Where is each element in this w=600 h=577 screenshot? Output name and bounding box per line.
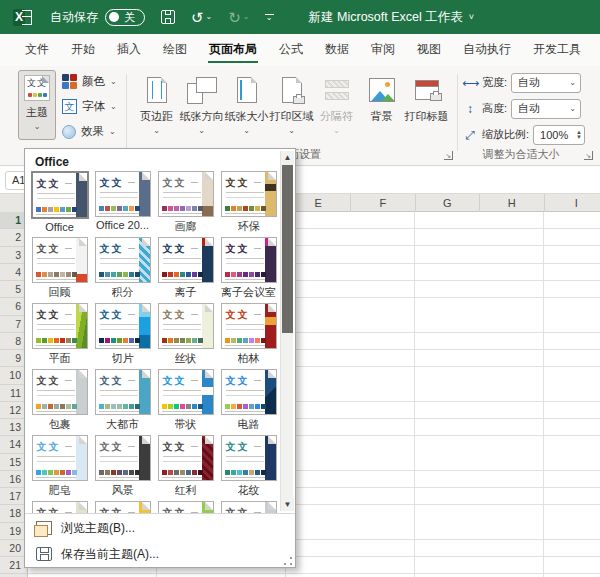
undo-dropdown-icon[interactable]: ⌄ xyxy=(206,13,213,21)
scrollbar-thumb[interactable] xyxy=(282,165,293,333)
autosave-toggle[interactable]: 关 xyxy=(105,9,145,26)
resize-grip[interactable] xyxy=(283,556,293,566)
ribbon-button-纸张大小[interactable]: 纸张大小⌄ xyxy=(224,70,269,134)
swatch xyxy=(255,470,260,475)
theme-item-积分[interactable]: 文文积分 xyxy=(91,237,154,300)
theme-item-回顾[interactable]: 文文回顾 xyxy=(28,237,91,300)
document-title[interactable]: 新建 Microsoft Excel 工作表 ˅ xyxy=(309,9,474,26)
theme-thumbnail: 文文 xyxy=(158,369,214,415)
folded-corner-icon xyxy=(142,370,150,378)
tab-数据[interactable]: 数据 xyxy=(314,34,360,66)
swatch xyxy=(162,470,167,475)
swatch xyxy=(111,272,116,277)
column-header-G[interactable]: G xyxy=(416,194,481,212)
ribbon-button-纸张方向[interactable]: 纸张方向⌄ xyxy=(179,70,224,134)
tab-视图[interactable]: 视图 xyxy=(406,34,452,66)
theme-sample-text: 文文 xyxy=(100,506,124,513)
swatch xyxy=(198,272,203,277)
stacked-button-效果[interactable]: 效果⌄ xyxy=(62,122,117,141)
column-header-H[interactable]: H xyxy=(480,194,545,212)
scale-select-1[interactable]: 自动⌄ xyxy=(511,73,581,93)
theme-swatches xyxy=(36,272,77,277)
column-header-E[interactable]: E xyxy=(287,194,352,212)
save-button[interactable] xyxy=(161,10,175,24)
ribbon-button-打印标题[interactable]: 打印标题 xyxy=(404,70,449,134)
theme-item-包裹[interactable]: 文文包裹 xyxy=(28,369,91,432)
tab-开始[interactable]: 开始 xyxy=(60,34,106,66)
undo-button[interactable]: ↺⌄ xyxy=(191,10,212,25)
theme-item-离子[interactable]: 文文离子 xyxy=(154,237,217,300)
page-setup-dialog-launcher[interactable] xyxy=(444,151,453,160)
swatch xyxy=(261,470,266,475)
theme-item-花纹[interactable]: 文文花纹 xyxy=(217,435,280,498)
ribbon-button-背景[interactable]: 背景 xyxy=(359,70,404,134)
excel-app-icon[interactable]: X xyxy=(13,8,32,27)
tab-自动执行[interactable]: 自动执行 xyxy=(452,34,522,66)
tab-绘图[interactable]: 绘图 xyxy=(152,34,198,66)
theme-item-环保[interactable]: 文文环保 xyxy=(217,171,280,234)
theme-thumbnail: 文文 xyxy=(31,171,89,219)
theme-thumbnail: 文文 xyxy=(221,303,277,349)
scroll-up-icon[interactable]: ▲ xyxy=(281,151,294,164)
column-header-I[interactable]: I xyxy=(545,194,600,212)
theme-item-partial-3[interactable]: 文文 xyxy=(154,501,217,513)
swatch xyxy=(192,338,197,343)
scale-select-2[interactable]: 自动⌄ xyxy=(511,99,581,119)
column-header-F[interactable]: F xyxy=(351,194,416,212)
menu-item-label: 保存当前主题(A)... xyxy=(61,546,159,563)
gallery-scrollbar[interactable]: ▲ ▼ xyxy=(280,151,293,511)
theme-item-风景[interactable]: 文文风景 xyxy=(91,435,154,498)
themes-button[interactable]: 文文 主题 ⌄ xyxy=(18,70,56,140)
swatch xyxy=(135,206,140,211)
tab-帮助[interactable]: 帮助 xyxy=(592,34,600,66)
ribbon-button-页边距[interactable]: 页边距⌄ xyxy=(134,70,179,134)
tab-插入[interactable]: 插入 xyxy=(106,34,152,66)
spin-down-icon[interactable]: ▼ xyxy=(576,135,582,140)
scale-row-3: ⤢缩放比例:100%▲▼ xyxy=(462,124,585,145)
title-chevron-icon: ˅ xyxy=(469,12,474,22)
theme-item-partial-1[interactable]: 文文 xyxy=(28,501,91,513)
ribbon-button-打印区域[interactable]: 打印区域⌄ xyxy=(269,70,314,134)
theme-item-Office[interactable]: 文文Office xyxy=(28,171,91,234)
tab-审阅[interactable]: 审阅 xyxy=(360,34,406,66)
scale-percent-input[interactable]: 100%▲▼ xyxy=(533,125,585,145)
scroll-down-icon[interactable]: ▼ xyxy=(281,498,294,511)
quick-access-customize-button[interactable]: ⌄ xyxy=(264,14,275,20)
swatch xyxy=(249,272,254,277)
swatch xyxy=(243,404,248,409)
theme-item-离子会议室[interactable]: 文文离子会议室 xyxy=(217,237,280,300)
theme-item-partial-2[interactable]: 文文 xyxy=(91,501,154,513)
scale-dialog-launcher[interactable] xyxy=(584,151,593,160)
print-titles-icon xyxy=(415,74,439,106)
swatch xyxy=(123,272,128,277)
theme-swatches xyxy=(36,338,77,343)
theme-sample-text: 文文 xyxy=(226,308,250,322)
theme-item-Office 20...[interactable]: 文文Office 20... xyxy=(91,171,154,234)
theme-item-肥皂[interactable]: 文文肥皂 xyxy=(28,435,91,498)
theme-item-丝状[interactable]: 文文丝状 xyxy=(154,303,217,366)
theme-item-带状[interactable]: 文文带状 xyxy=(154,369,217,432)
theme-item-电路[interactable]: 文文电路 xyxy=(217,369,280,432)
theme-sample-text: 文文 xyxy=(100,440,124,454)
theme-item-红利[interactable]: 文文红利 xyxy=(154,435,217,498)
menu-item-browse-themes[interactable]: 浏览主题(B)... xyxy=(25,515,295,541)
theme-item-画廊[interactable]: 文文画廊 xyxy=(154,171,217,234)
tab-开发工具[interactable]: 开发工具 xyxy=(522,34,592,66)
tab-页面布局[interactable]: 页面布局 xyxy=(198,34,268,66)
theme-item-柏林[interactable]: 文文柏林 xyxy=(217,303,280,366)
tab-公式[interactable]: 公式 xyxy=(268,34,314,66)
stacked-button-字体[interactable]: 文字体⌄ xyxy=(62,97,117,116)
tab-文件[interactable]: 文件 xyxy=(14,34,60,66)
theme-item-切片[interactable]: 文文切片 xyxy=(91,303,154,366)
theme-item-大都市[interactable]: 文文大都市 xyxy=(91,369,154,432)
spinner-icon[interactable]: ▲▼ xyxy=(576,130,582,140)
ribbon-button-label: 打印区域 xyxy=(270,109,314,124)
theme-item-平面[interactable]: 文文平面 xyxy=(28,303,91,366)
autosave-control[interactable]: 自动保存 关 xyxy=(50,9,145,26)
swatch xyxy=(198,470,203,475)
swatch xyxy=(261,338,266,343)
menu-item-save-current-theme[interactable]: 保存当前主题(A)... xyxy=(25,541,295,567)
swatch xyxy=(123,404,128,409)
stacked-button-颜色[interactable]: 颜色⌄ xyxy=(62,72,117,91)
theme-item-partial-4[interactable]: 文文 xyxy=(217,501,280,513)
